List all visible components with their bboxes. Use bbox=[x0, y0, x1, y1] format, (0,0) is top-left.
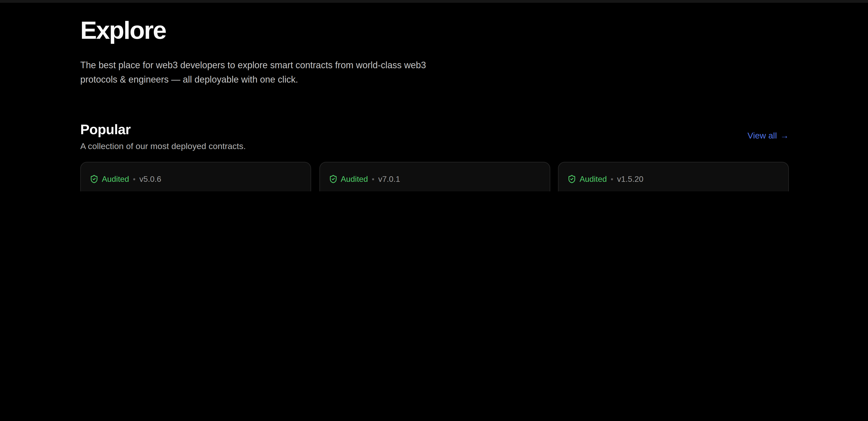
audited-badge: Audited bbox=[567, 174, 607, 183]
popular-heading: Popular bbox=[80, 121, 789, 138]
view-all-link[interactable]: View all→ bbox=[748, 131, 789, 141]
view-all-label: View all bbox=[748, 131, 777, 141]
audited-label: Audited bbox=[341, 174, 368, 183]
shield-check-icon bbox=[329, 174, 337, 183]
audited-label: Audited bbox=[102, 174, 129, 183]
badge-separator: • bbox=[372, 175, 374, 183]
badge-separator: • bbox=[611, 175, 613, 183]
audited-label: Audited bbox=[580, 174, 607, 183]
badge-separator: • bbox=[133, 175, 135, 183]
badge-row: Audited • v5.0.6 bbox=[90, 174, 302, 183]
explore-page: Explore The best place for web3 develope… bbox=[0, 0, 868, 191]
shield-check-icon bbox=[90, 174, 99, 183]
page-content: Explore The best place for web3 develope… bbox=[80, 0, 789, 191]
page-description: The best place for web3 developers to ex… bbox=[80, 58, 459, 86]
contract-card-marketplacev3[interactable]: Audited • v7.0.1 MarketplaceV3 Marketpla… bbox=[319, 162, 550, 191]
version-label: v1.5.20 bbox=[617, 174, 644, 183]
arrow-right-icon: → bbox=[780, 131, 789, 141]
popular-subheading: A collection of our most deployed contra… bbox=[80, 141, 789, 152]
badge-row: Audited • v1.5.20 bbox=[567, 174, 779, 183]
contract-card-nft-drop[interactable]: Audited • v5.0.6 NFT Drop Release collec… bbox=[80, 162, 311, 191]
shield-check-icon bbox=[567, 174, 576, 183]
audited-badge: Audited bbox=[90, 174, 129, 183]
version-label: v7.0.1 bbox=[378, 174, 400, 183]
version-label: v5.0.6 bbox=[139, 174, 161, 183]
popular-section: Popular A collection of our most deploye… bbox=[80, 121, 789, 191]
badge-row: Audited • v7.0.1 bbox=[329, 174, 540, 183]
page-title: Explore bbox=[80, 0, 789, 46]
audited-badge: Audited bbox=[329, 174, 368, 183]
contracts-grid: Audited • v5.0.6 NFT Drop Release collec… bbox=[80, 162, 789, 191]
contract-card-account-factory[interactable]: Audited • v1.5.20 Account Factory Deploy… bbox=[558, 162, 789, 191]
